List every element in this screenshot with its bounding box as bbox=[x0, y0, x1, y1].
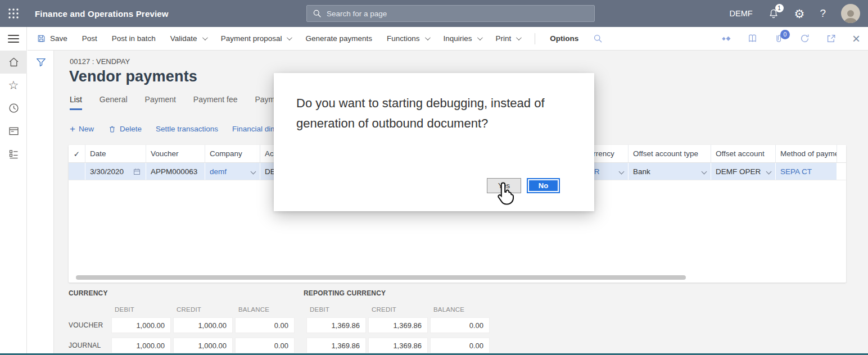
diamonds-icon bbox=[721, 34, 731, 43]
calendar-icon[interactable] bbox=[133, 167, 141, 176]
no-button[interactable]: No bbox=[527, 178, 560, 193]
options-button[interactable]: Options bbox=[550, 34, 578, 43]
post-button[interactable]: Post bbox=[82, 34, 97, 43]
offset-account-cell[interactable]: DEMF OPER bbox=[711, 163, 776, 180]
left-nav-rail: ☆ bbox=[0, 27, 27, 355]
generate-payments-button[interactable]: Generate payments bbox=[305, 34, 372, 43]
nav-modules-button[interactable] bbox=[0, 143, 27, 166]
grid-gutter bbox=[837, 163, 846, 180]
row-select-cell[interactable] bbox=[69, 163, 85, 180]
tab-payment[interactable]: Payment bbox=[145, 95, 176, 110]
clock-icon bbox=[8, 102, 20, 114]
chevron-down-icon bbox=[202, 35, 208, 40]
reporting-balance-header: BALANCE bbox=[433, 306, 464, 313]
journal-caption: 00127 : VENDPAY bbox=[70, 57, 130, 66]
nav-recent-button[interactable] bbox=[0, 97, 27, 120]
tab-payment-fee[interactable]: Payment fee bbox=[193, 95, 238, 110]
horizontal-scrollbar[interactable] bbox=[69, 274, 846, 283]
post-in-batch-button[interactable]: Post in batch bbox=[112, 34, 156, 43]
notifications-button[interactable]: 1 bbox=[768, 8, 779, 20]
currency-group-label: CURRENCY bbox=[69, 289, 108, 297]
help-button[interactable]: ? bbox=[820, 7, 826, 20]
voucher-currency-balance: 0.00 bbox=[235, 317, 295, 333]
page-title: Vendor payments bbox=[69, 68, 197, 85]
date-cell[interactable]: 3/30/2020 bbox=[85, 163, 146, 180]
company-link[interactable]: demf bbox=[210, 167, 227, 176]
company-cell[interactable]: demf bbox=[205, 163, 260, 180]
payment-proposal-menu-button[interactable]: Payment proposal bbox=[221, 34, 291, 43]
close-icon: × bbox=[852, 32, 860, 45]
open-filter-pane-button[interactable] bbox=[28, 51, 54, 74]
validate-menu-button[interactable]: Validate bbox=[170, 34, 206, 43]
nav-favorites-button[interactable]: ☆ bbox=[0, 74, 27, 97]
scrollbar-thumb[interactable] bbox=[76, 275, 686, 280]
check-icon: ✓ bbox=[74, 149, 80, 158]
chevron-down-icon[interactable] bbox=[766, 169, 772, 174]
new-button[interactable]: + New bbox=[70, 124, 94, 134]
company-picker[interactable]: DEMF bbox=[730, 9, 753, 18]
attachments-button[interactable]: 0 bbox=[774, 33, 784, 44]
settings-button[interactable]: ⚙ bbox=[794, 8, 805, 20]
personalize-button[interactable] bbox=[721, 34, 731, 43]
yes-button[interactable]: Yes bbox=[487, 178, 521, 193]
chevron-down-icon[interactable] bbox=[251, 169, 256, 174]
app-window: Finance and Operations Preview DEMF 1 ⚙ … bbox=[0, 0, 868, 355]
reporting-currency-group-label: REPORTING CURRENCY bbox=[304, 289, 386, 297]
chevron-down-icon bbox=[477, 35, 483, 40]
column-header-company[interactable]: Company bbox=[205, 145, 260, 162]
company-context-button[interactable] bbox=[747, 33, 758, 44]
reporting-debit-header: DEBIT bbox=[310, 306, 329, 313]
user-avatar[interactable] bbox=[841, 4, 860, 23]
journal-reporting-balance: 0.00 bbox=[430, 338, 490, 353]
chevron-down-icon bbox=[516, 35, 522, 40]
attachment-count-badge: 0 bbox=[780, 30, 790, 39]
search-icon bbox=[593, 34, 603, 43]
action-search-button[interactable] bbox=[593, 34, 603, 43]
currency-credit-header: CREDIT bbox=[177, 306, 201, 313]
nav-home-button[interactable] bbox=[0, 51, 27, 74]
method-of-payment-link[interactable]: SEPA CT bbox=[780, 167, 812, 176]
voucher-reporting-credit: 1,369.86 bbox=[368, 317, 428, 333]
chevron-down-icon bbox=[287, 35, 292, 40]
separator bbox=[535, 33, 535, 44]
close-page-button[interactable]: × bbox=[852, 32, 860, 45]
settle-transactions-button[interactable]: Settle transactions bbox=[156, 125, 218, 133]
journal-reporting-debit: 1,369.86 bbox=[306, 338, 366, 353]
column-header-date[interactable]: Date bbox=[85, 145, 146, 162]
open-in-new-window-button[interactable] bbox=[826, 33, 837, 44]
action-pane: Save Post Post in batch Validate Payment… bbox=[28, 27, 868, 51]
delete-button[interactable]: Delete bbox=[108, 125, 142, 134]
tab-general[interactable]: General bbox=[100, 95, 128, 110]
save-label: Save bbox=[50, 34, 67, 43]
column-header-offset-account-type[interactable]: Offset account type bbox=[629, 145, 711, 162]
column-header-method-of-payment[interactable]: Method of payment bbox=[776, 145, 837, 162]
chevron-down-icon[interactable] bbox=[702, 169, 707, 174]
home-icon bbox=[8, 56, 20, 68]
global-search-box[interactable] bbox=[306, 5, 595, 22]
offset-account-type-cell[interactable]: Bank bbox=[629, 163, 711, 180]
save-button[interactable]: Save bbox=[37, 34, 67, 43]
print-menu-button[interactable]: Print bbox=[496, 34, 521, 43]
currency-debit-header: DEBIT bbox=[115, 306, 134, 313]
plus-icon: + bbox=[70, 124, 75, 134]
app-launcher-button[interactable] bbox=[0, 0, 27, 27]
method-of-payment-cell[interactable]: SEPA CT bbox=[776, 163, 837, 180]
tab-strip: List General Payment Payment fee Payme bbox=[70, 95, 279, 110]
functions-menu-button[interactable]: Functions bbox=[387, 34, 429, 43]
inquiries-menu-button[interactable]: Inquiries bbox=[444, 34, 481, 43]
reporting-credit-header: CREDIT bbox=[372, 306, 396, 313]
column-header-offset-account[interactable]: Offset account bbox=[711, 145, 776, 162]
filter-pane-rail bbox=[28, 51, 54, 355]
waffle-icon bbox=[7, 7, 20, 20]
voucher-cell[interactable]: APPM000063 bbox=[146, 163, 205, 180]
nav-workspaces-button[interactable] bbox=[0, 120, 27, 143]
column-header-voucher[interactable]: Voucher bbox=[146, 145, 205, 162]
tab-list[interactable]: List bbox=[70, 95, 82, 110]
refresh-button[interactable] bbox=[799, 33, 810, 44]
book-icon bbox=[747, 33, 758, 44]
search-input[interactable] bbox=[327, 10, 589, 18]
dialog-buttons: Yes No bbox=[487, 178, 560, 193]
expand-navigation-button[interactable] bbox=[0, 27, 27, 51]
chevron-down-icon[interactable] bbox=[619, 169, 625, 174]
select-all-header[interactable]: ✓ bbox=[69, 145, 85, 162]
